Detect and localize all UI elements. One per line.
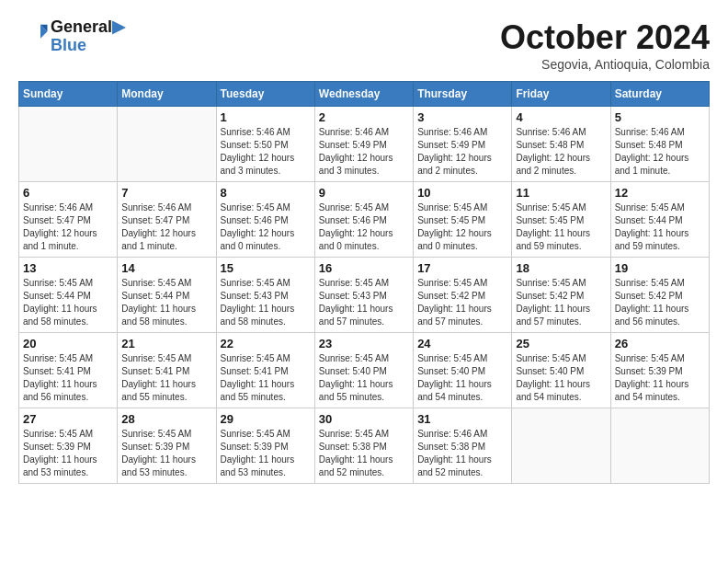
day-info: Sunrise: 5:46 AM Sunset: 5:49 PM Dayligh… xyxy=(417,126,507,178)
table-row: 30Sunrise: 5:45 AM Sunset: 5:38 PM Dayli… xyxy=(314,408,413,484)
week-row-5: 27Sunrise: 5:45 AM Sunset: 5:39 PM Dayli… xyxy=(19,408,710,484)
day-info: Sunrise: 5:45 AM Sunset: 5:46 PM Dayligh… xyxy=(221,201,311,253)
day-number: 6 xyxy=(23,186,113,200)
day-number: 3 xyxy=(417,110,507,124)
day-info: Sunrise: 5:46 AM Sunset: 5:47 PM Dayligh… xyxy=(23,201,113,253)
table-row: 11Sunrise: 5:45 AM Sunset: 5:45 PM Dayli… xyxy=(512,182,610,258)
table-row xyxy=(512,408,610,484)
table-row: 4Sunrise: 5:46 AM Sunset: 5:48 PM Daylig… xyxy=(512,107,610,182)
day-info: Sunrise: 5:45 AM Sunset: 5:39 PM Dayligh… xyxy=(221,428,311,479)
table-row: 2Sunrise: 5:46 AM Sunset: 5:49 PM Daylig… xyxy=(314,107,413,182)
day-number: 1 xyxy=(221,110,311,124)
day-number: 10 xyxy=(417,186,507,200)
logo-icon xyxy=(21,21,49,49)
day-info: Sunrise: 5:45 AM Sunset: 5:40 PM Dayligh… xyxy=(319,352,409,404)
day-info: Sunrise: 5:45 AM Sunset: 5:45 PM Dayligh… xyxy=(417,201,507,253)
day-number: 12 xyxy=(615,186,705,200)
table-row: 14Sunrise: 5:45 AM Sunset: 5:44 PM Dayli… xyxy=(118,258,216,333)
day-number: 9 xyxy=(319,186,409,200)
day-number: 16 xyxy=(319,261,409,275)
day-number: 17 xyxy=(417,261,507,275)
day-info: Sunrise: 5:46 AM Sunset: 5:49 PM Dayligh… xyxy=(319,126,409,178)
page-header: General▶ Blue October 2024 Segovia, Anti… xyxy=(18,18,710,72)
day-number: 14 xyxy=(121,261,211,275)
logo-text-line1: General▶ xyxy=(51,18,125,37)
day-number: 23 xyxy=(319,337,409,350)
day-info: Sunrise: 5:46 AM Sunset: 5:47 PM Dayligh… xyxy=(121,201,211,253)
table-row: 18Sunrise: 5:45 AM Sunset: 5:42 PM Dayli… xyxy=(512,258,610,333)
table-row: 25Sunrise: 5:45 AM Sunset: 5:40 PM Dayli… xyxy=(512,333,610,408)
location-subtitle: Segovia, Antioquia, Colombia xyxy=(500,57,710,72)
week-row-3: 13Sunrise: 5:45 AM Sunset: 5:44 PM Dayli… xyxy=(19,258,710,333)
day-info: Sunrise: 5:45 AM Sunset: 5:39 PM Dayligh… xyxy=(121,428,211,479)
day-info: Sunrise: 5:46 AM Sunset: 5:48 PM Dayligh… xyxy=(615,126,705,178)
week-row-4: 20Sunrise: 5:45 AM Sunset: 5:41 PM Dayli… xyxy=(19,333,710,408)
table-row: 10Sunrise: 5:45 AM Sunset: 5:45 PM Dayli… xyxy=(414,182,512,258)
table-row xyxy=(118,107,216,182)
table-row: 22Sunrise: 5:45 AM Sunset: 5:41 PM Dayli… xyxy=(216,333,314,408)
table-row: 21Sunrise: 5:45 AM Sunset: 5:41 PM Dayli… xyxy=(118,333,216,408)
table-row: 7Sunrise: 5:46 AM Sunset: 5:47 PM Daylig… xyxy=(118,182,216,258)
day-info: Sunrise: 5:45 AM Sunset: 5:42 PM Dayligh… xyxy=(417,277,507,328)
day-number: 26 xyxy=(615,337,705,350)
day-number: 2 xyxy=(319,110,409,124)
table-row: 5Sunrise: 5:46 AM Sunset: 5:48 PM Daylig… xyxy=(610,107,709,182)
day-number: 5 xyxy=(615,110,705,124)
logo: General▶ Blue xyxy=(18,18,125,55)
header-sunday: Sunday xyxy=(19,82,118,107)
header-tuesday: Tuesday xyxy=(216,82,314,107)
table-row xyxy=(19,107,118,182)
day-number: 4 xyxy=(516,110,606,124)
day-info: Sunrise: 5:45 AM Sunset: 5:40 PM Dayligh… xyxy=(417,352,507,404)
day-number: 27 xyxy=(23,412,113,426)
day-info: Sunrise: 5:45 AM Sunset: 5:40 PM Dayligh… xyxy=(516,352,606,404)
day-number: 18 xyxy=(516,261,606,275)
day-number: 28 xyxy=(121,412,211,426)
day-number: 29 xyxy=(221,412,311,426)
table-row: 8Sunrise: 5:45 AM Sunset: 5:46 PM Daylig… xyxy=(216,182,314,258)
day-info: Sunrise: 5:45 AM Sunset: 5:46 PM Dayligh… xyxy=(319,201,409,253)
title-area: October 2024 Segovia, Antioquia, Colombi… xyxy=(500,18,710,72)
table-row: 17Sunrise: 5:45 AM Sunset: 5:42 PM Dayli… xyxy=(414,258,512,333)
table-row xyxy=(610,408,709,484)
day-info: Sunrise: 5:45 AM Sunset: 5:44 PM Dayligh… xyxy=(615,201,705,253)
day-info: Sunrise: 5:45 AM Sunset: 5:44 PM Dayligh… xyxy=(121,277,211,328)
day-number: 13 xyxy=(23,261,113,275)
header-monday: Monday xyxy=(118,82,216,107)
day-info: Sunrise: 5:45 AM Sunset: 5:42 PM Dayligh… xyxy=(516,277,606,328)
day-info: Sunrise: 5:45 AM Sunset: 5:42 PM Dayligh… xyxy=(615,277,705,328)
day-info: Sunrise: 5:46 AM Sunset: 5:50 PM Dayligh… xyxy=(221,126,311,178)
table-row: 23Sunrise: 5:45 AM Sunset: 5:40 PM Dayli… xyxy=(314,333,413,408)
day-number: 24 xyxy=(417,337,507,350)
table-row: 16Sunrise: 5:45 AM Sunset: 5:43 PM Dayli… xyxy=(314,258,413,333)
table-row: 13Sunrise: 5:45 AM Sunset: 5:44 PM Dayli… xyxy=(19,258,118,333)
table-row: 3Sunrise: 5:46 AM Sunset: 5:49 PM Daylig… xyxy=(414,107,512,182)
header-saturday: Saturday xyxy=(610,82,709,107)
day-info: Sunrise: 5:45 AM Sunset: 5:41 PM Dayligh… xyxy=(121,352,211,404)
week-row-1: 1Sunrise: 5:46 AM Sunset: 5:50 PM Daylig… xyxy=(19,107,710,182)
day-number: 31 xyxy=(417,412,507,426)
header-thursday: Thursday xyxy=(414,82,512,107)
day-info: Sunrise: 5:45 AM Sunset: 5:39 PM Dayligh… xyxy=(615,352,705,404)
day-number: 20 xyxy=(23,337,113,350)
day-info: Sunrise: 5:45 AM Sunset: 5:45 PM Dayligh… xyxy=(516,201,606,253)
day-number: 15 xyxy=(221,261,311,275)
month-title: October 2024 xyxy=(500,18,710,57)
table-row: 24Sunrise: 5:45 AM Sunset: 5:40 PM Dayli… xyxy=(414,333,512,408)
table-row: 12Sunrise: 5:45 AM Sunset: 5:44 PM Dayli… xyxy=(610,182,709,258)
table-row: 20Sunrise: 5:45 AM Sunset: 5:41 PM Dayli… xyxy=(19,333,118,408)
logo-text-line2: Blue xyxy=(51,37,125,55)
day-number: 19 xyxy=(615,261,705,275)
day-info: Sunrise: 5:45 AM Sunset: 5:44 PM Dayligh… xyxy=(23,277,113,328)
header-wednesday: Wednesday xyxy=(314,82,413,107)
calendar-table: Sunday Monday Tuesday Wednesday Thursday… xyxy=(18,81,710,484)
day-info: Sunrise: 5:46 AM Sunset: 5:48 PM Dayligh… xyxy=(516,126,606,178)
table-row: 31Sunrise: 5:46 AM Sunset: 5:38 PM Dayli… xyxy=(414,408,512,484)
day-number: 8 xyxy=(221,186,311,200)
day-info: Sunrise: 5:45 AM Sunset: 5:41 PM Dayligh… xyxy=(23,352,113,404)
table-row: 15Sunrise: 5:45 AM Sunset: 5:43 PM Dayli… xyxy=(216,258,314,333)
table-row: 29Sunrise: 5:45 AM Sunset: 5:39 PM Dayli… xyxy=(216,408,314,484)
table-row: 1Sunrise: 5:46 AM Sunset: 5:50 PM Daylig… xyxy=(216,107,314,182)
day-info: Sunrise: 5:45 AM Sunset: 5:43 PM Dayligh… xyxy=(221,277,311,328)
day-number: 21 xyxy=(121,337,211,350)
